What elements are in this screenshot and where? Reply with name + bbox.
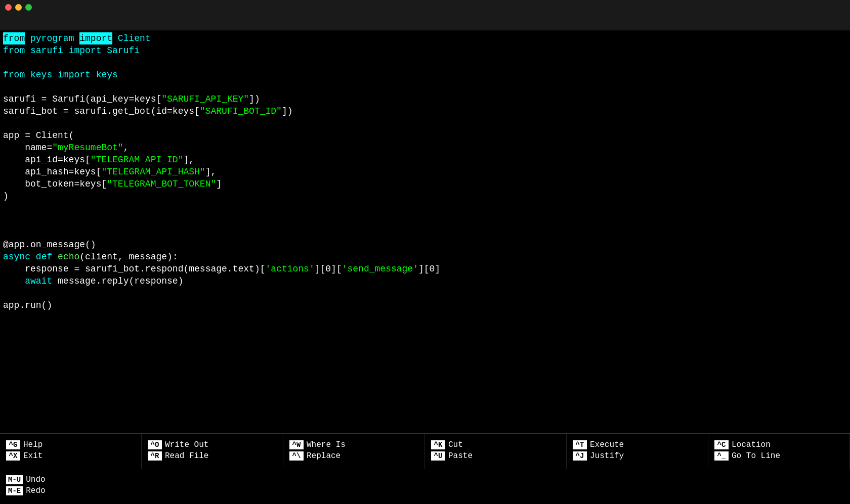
code-editor[interactable]: from pyrogram import Clientfrom sarufi i… — [0, 30, 850, 433]
shortcut-label: Execute — [590, 440, 624, 449]
shortcut-key: ^K — [431, 440, 445, 449]
shortcut-key: ^U — [431, 451, 445, 461]
code-line: app = Client( — [0, 129, 850, 142]
shortcut-row: M-UUndo — [6, 475, 136, 484]
shortcut-label: Undo — [26, 475, 45, 484]
shortcut-row: ^KCut — [431, 440, 560, 449]
shortcut-key: ^W — [289, 440, 304, 449]
code-line: from pyrogram import Client — [0, 32, 850, 44]
code-line: response = sarufi_bot.respond(message.te… — [0, 263, 850, 275]
shortcut-group[interactable]: ^GHelp^XExit — [0, 434, 142, 469]
shortcut-key: ^G — [6, 440, 20, 449]
shortcut-key: M-U — [6, 475, 23, 484]
code-line — [0, 202, 850, 214]
shortcut-row: ^\Replace — [289, 451, 418, 461]
shortcut-row: ^GHelp — [6, 440, 135, 449]
titlebar — [0, 0, 850, 14]
code-line: api_hash=keys["TELEGRAM_API_HASH"], — [0, 166, 850, 178]
shortcut-label: Paste — [448, 451, 473, 461]
shortcut-row: ^TExecute — [573, 440, 702, 449]
shortcut-row: ^RRead File — [148, 451, 277, 461]
shortcut-row: ^XExit — [6, 451, 135, 461]
shortcut-key: ^O — [148, 440, 162, 449]
shortcut-group[interactable]: ^TExecute^JJustify — [567, 434, 708, 469]
code-line: @app.on_message() — [0, 239, 850, 251]
shortcut-row: ^_Go To Line — [714, 451, 843, 461]
code-line: name="myResumeBot", — [0, 142, 850, 154]
shortcut-key: ^T — [573, 440, 587, 449]
shortcut-row: ^UPaste — [431, 451, 560, 461]
shortcut-key: ^X — [6, 451, 20, 461]
code-line: sarufi_bot = sarufi.get_bot(id=keys["SAR… — [0, 105, 850, 117]
code-line: sarufi = Sarufi(api_key=keys["SARUFI_API… — [0, 93, 850, 105]
shortcut-key: ^R — [148, 451, 162, 461]
code-line: api_id=keys["TELEGRAM_API_ID"], — [0, 154, 850, 166]
shortcut-group[interactable]: ^KCut^UPaste — [425, 434, 567, 469]
code-line — [0, 214, 850, 226]
code-line: ) — [0, 190, 850, 202]
code-line: bot_token=keys["TELEGRAM_BOT_TOKEN"] — [0, 178, 850, 190]
code-line: app.run() — [0, 299, 850, 311]
shortcut-label: Read File — [165, 451, 208, 461]
shortcut-label: Replace — [307, 451, 341, 461]
code-line: await message.reply(response) — [0, 275, 850, 287]
nano-header — [0, 14, 850, 30]
shortcut-label: Help — [23, 440, 42, 449]
shortcut-row: ^OWrite Out — [148, 440, 277, 449]
shortcut-key: ^\ — [289, 451, 304, 461]
shortcut-key: M-E — [6, 486, 23, 495]
code-line: async def echo(client, message): — [0, 251, 850, 263]
shortcut-label: Write Out — [165, 440, 208, 449]
shortcut-bar: ^GHelp^XExit^OWrite Out^RRead File^WWher… — [0, 433, 850, 504]
shortcut-label: Location — [732, 440, 771, 449]
code-line: from keys import keys — [0, 69, 850, 81]
shortcut-group[interactable]: ^CLocation^_Go To Line — [708, 434, 850, 469]
shortcut-key: ^_ — [714, 451, 729, 461]
shortcut-row: ^WWhere Is — [289, 440, 418, 449]
shortcut-group[interactable]: ^WWhere Is^\Replace — [283, 434, 425, 469]
code-line — [0, 57, 850, 69]
shortcut-label: Exit — [23, 451, 42, 461]
shortcut-label: Cut — [448, 440, 463, 449]
code-line: from sarufi import Sarufi — [0, 44, 850, 57]
close-button[interactable] — [5, 4, 12, 11]
maximize-button[interactable] — [25, 4, 32, 11]
shortcut-label: Where Is — [307, 440, 346, 449]
shortcut-label: Go To Line — [732, 451, 780, 461]
code-line — [0, 117, 850, 129]
shortcut-label: Redo — [26, 486, 45, 495]
code-line — [0, 81, 850, 93]
shortcut-key: ^C — [714, 440, 729, 449]
shortcut-group[interactable]: M-UUndoM-ERedo — [0, 469, 142, 505]
minimize-button[interactable] — [15, 4, 22, 11]
code-line — [0, 226, 850, 239]
shortcut-row: ^JJustify — [573, 451, 702, 461]
shortcut-key: ^J — [573, 451, 587, 461]
code-line — [0, 287, 850, 299]
shortcut-row: ^CLocation — [714, 440, 843, 449]
shortcut-group[interactable]: ^OWrite Out^RRead File — [142, 434, 283, 469]
window-buttons — [5, 4, 32, 11]
shortcut-row: M-ERedo — [6, 486, 136, 495]
shortcut-label: Justify — [590, 451, 624, 461]
